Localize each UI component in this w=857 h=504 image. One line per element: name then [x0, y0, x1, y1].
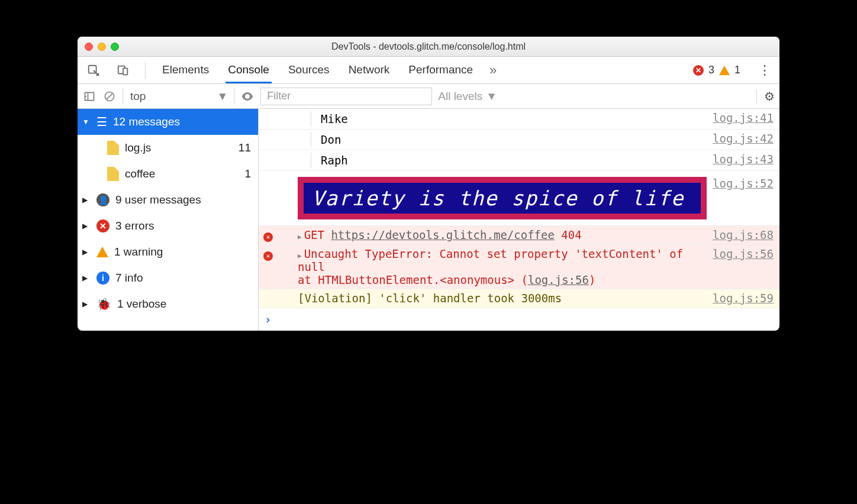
log-source-link[interactable]: log.js:42	[713, 132, 774, 145]
styled-log-text: Variety is the spice of life	[298, 177, 707, 219]
log-source-link[interactable]: log.js:41	[713, 111, 774, 124]
info-icon: i	[96, 272, 109, 285]
file-icon	[107, 141, 119, 155]
tab-console[interactable]: Console	[225, 57, 272, 83]
divider	[145, 62, 146, 79]
exception-stack: at HTMLButtonElement.<anonymous> (	[298, 273, 528, 286]
log-row[interactable]: Raph log.js:43	[259, 150, 779, 171]
status-code: 404	[561, 228, 581, 241]
log-source-link[interactable]: log.js:43	[713, 153, 774, 166]
error-icon: ✕	[263, 251, 273, 261]
log-row-violation[interactable]: [Violation] 'click' handler took 3000ms …	[259, 289, 779, 308]
exception-message: Uncaught TypeError: Cannot set property …	[298, 247, 683, 273]
sidebar-verbose[interactable]: 🐞 1 verbose	[78, 291, 258, 317]
chevron-right-icon	[82, 196, 91, 204]
context-value: top	[130, 90, 146, 103]
console-sidebar: ☰ 12 messages log.js 11 coffee 1 👤 9 use…	[78, 109, 259, 331]
log-source-link[interactable]: log.js:68	[713, 228, 774, 241]
warning-icon	[96, 247, 108, 257]
error-icon: ✕	[96, 219, 109, 232]
log-text: Don	[311, 132, 713, 147]
file-icon	[107, 167, 119, 181]
stack-location-link[interactable]: log.js:56	[528, 273, 589, 286]
stack-tail: )	[589, 273, 595, 286]
error-count[interactable]: 3	[708, 64, 714, 76]
error-icon: ✕	[263, 232, 273, 242]
inspect-icon[interactable]	[86, 64, 101, 77]
sidebar-info[interactable]: i 7 info	[78, 265, 258, 291]
bug-icon: 🐞	[96, 297, 111, 311]
chevron-right-icon	[82, 300, 91, 308]
window-title: DevTools - devtools.glitch.me/console/lo…	[78, 41, 779, 52]
gear-icon[interactable]: ⚙	[756, 89, 775, 104]
group-label: 3 errors	[115, 219, 154, 232]
tab-elements[interactable]: Elements	[160, 57, 211, 83]
sidebar-user-messages[interactable]: 👤 9 user messages	[78, 187, 258, 213]
sidebar-file-logjs[interactable]: log.js 11	[78, 135, 258, 161]
chevron-right-icon	[82, 274, 91, 282]
chevron-right-icon	[82, 248, 91, 256]
tab-sources[interactable]: Sources	[286, 57, 332, 83]
devtools-window: DevTools - devtools.glitch.me/console/lo…	[78, 37, 779, 331]
console-log-pane: Mike log.js:41 Don log.js:42 Raph log.js…	[259, 109, 779, 331]
clear-console-icon[interactable]	[102, 91, 117, 102]
log-text: Raph	[311, 153, 713, 168]
log-row-styled[interactable]: Variety is the spice of life log.js:52	[259, 171, 779, 226]
user-icon: 👤	[96, 193, 109, 206]
request-url[interactable]: https://devtools.glitch.me/coffee	[331, 228, 555, 241]
window-titlebar: DevTools - devtools.glitch.me/console/lo…	[78, 37, 779, 57]
tab-network[interactable]: Network	[346, 57, 392, 83]
violation-text: [Violation] 'click' handler took 3000ms	[298, 292, 713, 305]
log-row-network-error[interactable]: ✕ GET https://devtools.glitch.me/coffee …	[259, 226, 779, 245]
levels-label: All levels	[438, 90, 482, 103]
dropdown-icon: ▼	[486, 90, 497, 103]
warning-icon	[719, 66, 730, 75]
chevron-right-icon	[82, 222, 91, 230]
devtools-tabs: Elements Console Sources Network Perform…	[78, 57, 779, 84]
filter-input[interactable]	[260, 88, 432, 105]
console-toolbar: top ▼ All levels ▼ ⚙	[78, 84, 779, 109]
sidebar-messages[interactable]: ☰ 12 messages	[78, 109, 258, 135]
log-source-link[interactable]: log.js:59	[713, 292, 774, 305]
log-source-link[interactable]: log.js:52	[713, 173, 774, 190]
sidebar-warnings[interactable]: 1 warning	[78, 239, 258, 265]
group-label: 9 user messages	[115, 193, 201, 206]
log-text: Mike	[311, 111, 713, 127]
tab-performance[interactable]: Performance	[406, 57, 475, 83]
log-source-link[interactable]: log.js:56	[713, 247, 774, 260]
sidebar-file-coffee[interactable]: coffee 1	[78, 161, 258, 187]
log-row[interactable]: Don log.js:42	[259, 130, 779, 150]
group-label: 1 warning	[114, 245, 163, 259]
status-badges: ✕ 3 1	[693, 64, 740, 76]
file-count: 1	[244, 167, 251, 180]
file-count: 11	[239, 141, 251, 154]
file-name: coffee	[125, 167, 155, 180]
console-body: ☰ 12 messages log.js 11 coffee 1 👤 9 use…	[78, 109, 779, 331]
chevron-right-icon	[298, 247, 304, 260]
console-prompt[interactable]: ›	[259, 308, 779, 331]
device-toggle-icon[interactable]	[115, 64, 131, 77]
file-name: log.js	[125, 141, 151, 154]
more-tabs-icon[interactable]: »	[489, 63, 497, 78]
svg-rect-2	[123, 68, 127, 75]
settings-menu-icon[interactable]: ⋮	[755, 63, 775, 78]
toggle-sidebar-icon[interactable]	[82, 91, 96, 102]
chevron-right-icon	[298, 228, 304, 241]
list-icon: ☰	[96, 115, 107, 129]
prompt-caret: ›	[265, 313, 271, 326]
svg-point-5	[246, 95, 249, 98]
log-levels-selector[interactable]: All levels ▼	[438, 90, 497, 103]
warning-count[interactable]: 1	[734, 64, 740, 76]
group-label: 1 verbose	[117, 298, 166, 311]
log-row[interactable]: Mike log.js:41	[259, 109, 779, 130]
context-selector[interactable]: top ▼	[123, 88, 228, 105]
eye-icon[interactable]	[240, 89, 254, 104]
dropdown-icon: ▼	[217, 90, 228, 103]
error-icon: ✕	[693, 65, 704, 76]
sidebar-errors[interactable]: ✕ 3 errors	[78, 213, 258, 239]
sidebar-messages-label: 12 messages	[113, 115, 180, 128]
divider	[234, 88, 234, 105]
chevron-down-icon	[82, 118, 91, 126]
log-row-exception[interactable]: ✕ Uncaught TypeError: Cannot set propert…	[259, 245, 779, 289]
method: GET	[304, 228, 324, 241]
